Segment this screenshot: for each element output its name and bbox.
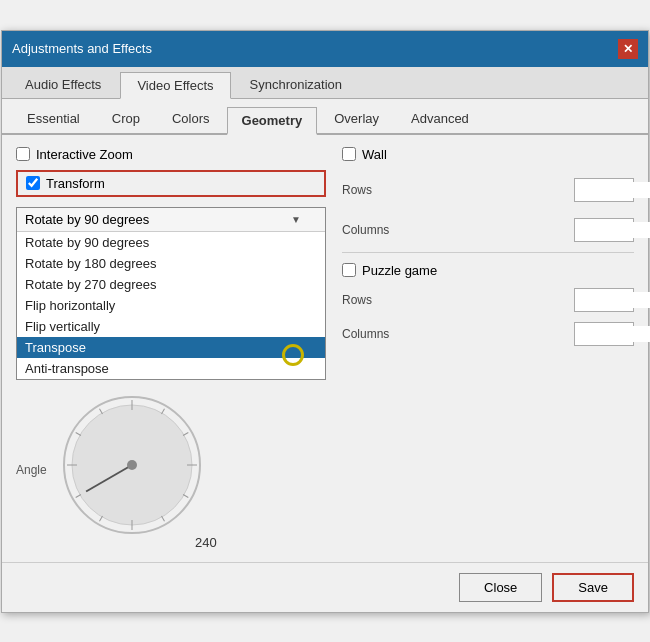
wall-rows-input[interactable] [575,182,650,198]
tab-essential[interactable]: Essential [12,105,95,133]
transform-label: Transform [46,176,105,191]
puzzle-section: Puzzle game Rows ▲ ▼ Columns [342,263,634,346]
dropdown-wrapper: Rotate by 90 degrees ▼ Rotate by 90 degr… [16,207,326,380]
wall-section: Wall [342,147,634,162]
dialog: Adjustments and Effects ✕ Audio Effects … [1,30,649,613]
close-icon[interactable]: ✕ [618,39,638,59]
wall-rows-spinbox[interactable]: ▲ ▼ [574,178,634,202]
dropdown-item-5[interactable]: Transpose [17,337,325,358]
puzzle-rows-spinbox[interactable]: ▲ ▼ [574,288,634,312]
puzzle-columns-label: Columns [342,327,402,341]
dropdown-selected: Rotate by 90 degrees [25,212,149,227]
dropdown-item-0[interactable]: Rotate by 90 degrees [17,232,325,253]
wall-columns-label: Columns [342,223,402,237]
angle-section: Angle [16,390,326,550]
save-button[interactable]: Save [552,573,634,602]
puzzle-columns-row: Columns ▲ ▼ [342,322,634,346]
outer-tab-bar: Audio Effects Video Effects Synchronizat… [2,67,648,99]
dropdown-list: Rotate by 90 degrees Rotate by 180 degre… [17,232,325,379]
inner-tab-bar: Essential Crop Colors Geometry Overlay A… [2,99,648,135]
dropdown-item-6[interactable]: Anti-transpose [17,358,325,379]
knob-svg [57,390,207,540]
divider [342,252,634,253]
puzzle-rows-row: Rows ▲ ▼ [342,288,634,312]
interactive-zoom-label: Interactive Zoom [36,147,133,162]
puzzle-rows-input[interactable] [575,292,650,308]
dropdown-arrow-icon: ▼ [291,214,301,225]
puzzle-columns-input[interactable] [575,326,650,342]
dropdown-item-4[interactable]: Flip vertically [17,316,325,337]
angle-label: Angle [16,463,47,477]
tab-colors[interactable]: Colors [157,105,225,133]
right-panel: Wall Rows ▲ ▼ Columns [342,147,634,550]
puzzle-rows-label: Rows [342,293,402,307]
title-bar: Adjustments and Effects ✕ [2,31,648,67]
wall-columns-spinbox[interactable]: ▲ ▼ [574,218,634,242]
dropdown-item-2[interactable]: Rotate by 270 degrees [17,274,325,295]
angle-value: 240 [195,535,217,550]
wall-rows-label: Rows [342,183,402,197]
dropdown-item-3[interactable]: Flip horizontally [17,295,325,316]
interactive-zoom-row: Interactive Zoom [16,147,326,162]
content-area: Interactive Zoom Transform Rotate by 90 … [2,135,648,562]
tab-synchronization[interactable]: Synchronization [233,71,360,98]
wall-label: Wall [362,147,387,162]
close-button[interactable]: Close [459,573,542,602]
dialog-title: Adjustments and Effects [12,41,152,56]
interactive-zoom-checkbox[interactable] [16,147,30,161]
svg-point-15 [127,460,137,470]
tab-advanced[interactable]: Advanced [396,105,484,133]
angle-knob[interactable]: 240 [57,390,217,550]
transform-checkbox[interactable] [26,176,40,190]
footer: Close Save [2,562,648,612]
puzzle-checkbox[interactable] [342,263,356,277]
tab-audio-effects[interactable]: Audio Effects [8,71,118,98]
puzzle-row: Puzzle game [342,263,634,278]
puzzle-columns-spinbox[interactable]: ▲ ▼ [574,322,634,346]
tab-overlay[interactable]: Overlay [319,105,394,133]
tab-geometry[interactable]: Geometry [227,107,318,135]
transform-box: Transform [16,170,326,197]
tab-crop[interactable]: Crop [97,105,155,133]
tab-video-effects[interactable]: Video Effects [120,72,230,99]
left-panel: Interactive Zoom Transform Rotate by 90 … [16,147,326,550]
dropdown-header[interactable]: Rotate by 90 degrees ▼ [17,208,325,232]
wall-columns-row: Columns ▲ ▼ [342,218,634,242]
puzzle-label: Puzzle game [362,263,437,278]
transform-dropdown[interactable]: Rotate by 90 degrees ▼ Rotate by 90 degr… [16,207,326,380]
dropdown-item-1[interactable]: Rotate by 180 degrees [17,253,325,274]
wall-checkbox[interactable] [342,147,356,161]
wall-rows-row: Rows ▲ ▼ [342,178,634,202]
wall-columns-input[interactable] [575,222,650,238]
